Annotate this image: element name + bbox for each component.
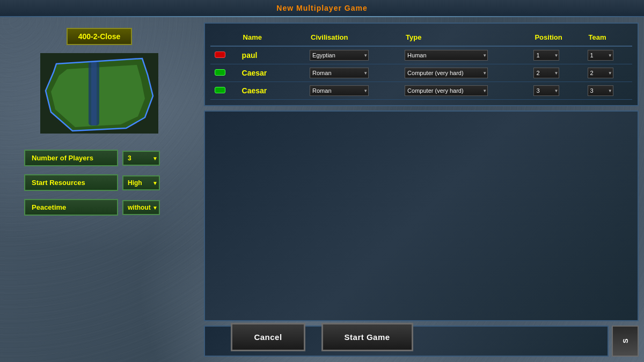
peacetime-label: Peacetime bbox=[24, 199, 118, 216]
type-select[interactable]: Human Computer (very hard) Computer (har… bbox=[405, 85, 488, 96]
table-header-row: Name Civilisation Type Position Team bbox=[210, 29, 632, 46]
player-team-cell[interactable]: 1 2 3 bbox=[583, 82, 632, 100]
civ-select-wrapper: Egyptian Roman Greek bbox=[310, 68, 369, 78]
start-game-button[interactable]: Start Game bbox=[321, 323, 413, 351]
player-type-cell[interactable]: Human Computer (very hard) Computer (har… bbox=[400, 64, 529, 82]
right-panel: Name Civilisation Type Position Team pau… bbox=[199, 17, 644, 362]
player-name-cell: Caesar bbox=[238, 82, 305, 100]
civilisation-select[interactable]: Egyptian Roman Greek bbox=[310, 68, 369, 78]
position-select[interactable]: 1 2 3 bbox=[533, 85, 559, 96]
window-title: New Multiplayer Game bbox=[276, 4, 367, 12]
player-civ-cell[interactable]: Egyptian Roman Greek Babylonian bbox=[305, 46, 400, 64]
player-type-cell[interactable]: Human Computer (very hard) Computer (har… bbox=[400, 46, 529, 64]
player-name: Caesar bbox=[242, 69, 267, 77]
pos-select-wrapper: 1 2 3 bbox=[533, 85, 559, 96]
title-bar: New Multiplayer Game bbox=[0, 0, 644, 17]
th-team: Team bbox=[583, 29, 632, 46]
th-type: Type bbox=[400, 29, 529, 46]
th-position: Position bbox=[529, 29, 583, 46]
player-icon-cell bbox=[210, 64, 238, 82]
left-panel: 400-2-Close Number of Players 2 3 4 5 bbox=[0, 17, 199, 362]
type-select-wrapper: Human Computer (very hard) Computer (har… bbox=[405, 50, 488, 61]
pos-select-wrapper: 1 2 3 bbox=[533, 68, 559, 78]
civ-select-wrapper: Egyptian Roman Greek bbox=[310, 85, 369, 96]
civilisation-select[interactable]: Egyptian Roman Greek Babylonian bbox=[310, 50, 369, 61]
th-icon bbox=[210, 29, 238, 46]
start-resources-row: Start Resources Low Medium High Very Hig… bbox=[24, 174, 174, 191]
players-table: Name Civilisation Type Position Team pau… bbox=[210, 29, 632, 100]
team-select-wrapper: 1 2 3 bbox=[588, 50, 613, 61]
num-players-select[interactable]: 2 3 4 5 6 bbox=[122, 151, 160, 166]
team-select[interactable]: 1 2 3 bbox=[588, 68, 613, 78]
civilisation-select[interactable]: Egyptian Roman Greek bbox=[310, 85, 369, 96]
map-preview bbox=[40, 53, 158, 134]
player-name: Caesar bbox=[242, 86, 267, 95]
map-name: 400-2-Close bbox=[67, 28, 133, 45]
position-select[interactable]: 1 2 3 bbox=[533, 50, 559, 61]
player-icon-cell bbox=[210, 46, 238, 64]
message-area bbox=[204, 110, 639, 321]
team-select-wrapper: 1 2 3 bbox=[588, 68, 613, 78]
player-team-cell[interactable]: 1 2 3 bbox=[583, 46, 632, 64]
type-select-wrapper: Human Computer (very hard) Computer (har… bbox=[405, 85, 488, 96]
player-team-cell[interactable]: 1 2 3 bbox=[583, 64, 632, 82]
team-select[interactable]: 1 2 3 bbox=[588, 85, 613, 96]
player-type-cell[interactable]: Human Computer (very hard) Computer (har… bbox=[400, 82, 529, 100]
player-position-cell[interactable]: 1 2 3 bbox=[529, 82, 583, 100]
player-position-cell[interactable]: 1 2 3 bbox=[529, 46, 583, 64]
peacetime-row: Peacetime without 25 years 50 years 100 … bbox=[24, 199, 174, 216]
num-players-select-wrapper: 2 3 4 5 6 bbox=[122, 151, 160, 166]
player-name-cell: Caesar bbox=[238, 64, 305, 82]
peacetime-select[interactable]: without 25 years 50 years 100 years bbox=[122, 200, 160, 215]
player-color-icon bbox=[215, 69, 225, 76]
type-select[interactable]: Human Computer (very hard) Computer (har… bbox=[405, 50, 488, 61]
peacetime-select-wrapper: without 25 years 50 years 100 years bbox=[122, 200, 160, 215]
start-resources-label: Start Resources bbox=[24, 174, 118, 191]
table-row: Caesar Egyptian Roman Greek bbox=[210, 64, 632, 82]
start-resources-select-wrapper: Low Medium High Very High bbox=[122, 175, 160, 190]
player-icon-cell bbox=[210, 82, 238, 100]
player-name: paul bbox=[242, 51, 258, 60]
player-civ-cell[interactable]: Egyptian Roman Greek bbox=[305, 64, 400, 82]
num-players-label: Number of Players bbox=[24, 150, 118, 166]
th-civilisation: Civilisation bbox=[305, 29, 400, 46]
type-select[interactable]: Human Computer (very hard) Computer (har… bbox=[405, 68, 488, 78]
bottom-buttons: Cancel Start Game bbox=[0, 323, 644, 351]
player-civ-cell[interactable]: Egyptian Roman Greek bbox=[305, 82, 400, 100]
type-select-wrapper: Human Computer (very hard) Computer (har… bbox=[405, 68, 488, 78]
pos-select-wrapper: 1 2 3 bbox=[533, 50, 559, 61]
svg-rect-4 bbox=[91, 61, 97, 125]
settings-area: Number of Players 2 3 4 5 6 Start Resour… bbox=[24, 150, 174, 216]
player-position-cell[interactable]: 1 2 3 bbox=[529, 64, 583, 82]
players-table-container: Name Civilisation Type Position Team pau… bbox=[204, 23, 639, 106]
team-select-wrapper: 1 2 3 bbox=[588, 85, 613, 96]
player-color-icon bbox=[215, 87, 225, 93]
player-name-cell: paul bbox=[238, 46, 305, 64]
cancel-button[interactable]: Cancel bbox=[231, 323, 305, 351]
position-select[interactable]: 1 2 3 bbox=[533, 68, 559, 78]
start-resources-select[interactable]: Low Medium High Very High bbox=[122, 175, 160, 190]
team-select[interactable]: 1 2 3 bbox=[588, 50, 613, 61]
table-row: paul Egyptian Roman Greek Babylonian bbox=[210, 46, 632, 64]
civ-select-wrapper: Egyptian Roman Greek Babylonian bbox=[310, 50, 369, 61]
table-row: Caesar Egyptian Roman Greek bbox=[210, 82, 632, 100]
num-players-row: Number of Players 2 3 4 5 6 bbox=[24, 150, 174, 166]
player-color-icon bbox=[215, 51, 225, 58]
th-name: Name bbox=[238, 29, 305, 46]
